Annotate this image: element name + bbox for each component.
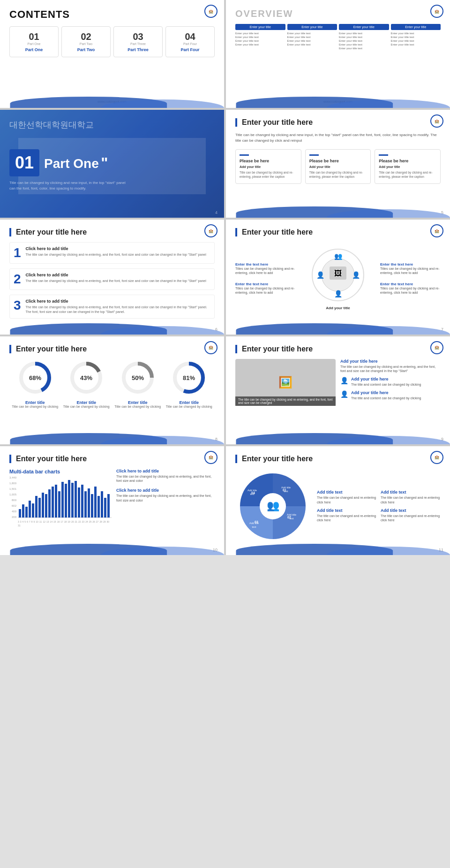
cycle-item-title-4: Add title text (381, 508, 441, 513)
svg-text:🖼: 🖼 (334, 269, 342, 277)
svg-text:Add title: Add title (287, 513, 296, 516)
ov-header-3: Enter your title (339, 24, 389, 30)
person-icon-1: 👤 (340, 377, 348, 384)
image-placeholder: 🖼️ The title can be changed by clicking … (235, 359, 336, 406)
logo-slide10: 🏫 (430, 451, 443, 464)
y-label-1: 3,440 (9, 476, 16, 479)
donut-2: 43% Enter title Title can be changed by … (63, 359, 110, 408)
slide10-title: Enter your title here (235, 455, 441, 463)
content-item-4[interactable]: 04 Part Four Part Four (165, 26, 215, 57)
num-3: 3 (14, 299, 21, 314)
left-text-1: Titles can be changed by clicking and re… (235, 266, 296, 275)
overview-grid: Enter your title Enter your title text E… (235, 24, 441, 50)
num-list: 1 Click here to add title The title can … (9, 242, 215, 319)
num-text-3: The title can be changed by clicking and… (26, 305, 210, 314)
donut-3: 50% Enter title Title can be changed by … (114, 359, 161, 408)
y-label-5: 800 (9, 499, 16, 502)
card-sub-1: Add your title (240, 165, 297, 168)
ov-cell-4-4: Enter your title text (391, 43, 441, 46)
svg-text:81%: 81% (183, 374, 195, 381)
svg-rect-25 (32, 503, 34, 518)
content-num-1: 01 (13, 31, 55, 42)
donut-label-1: Enter title (12, 400, 58, 405)
content-item-2[interactable]: 02 Part Two Part Two (61, 26, 111, 57)
contents-grid: 01 Part One Part One 02 Part Two Part Tw… (9, 26, 215, 57)
chart-section: Multi-data bar charts 3,440 1,800 1,501 … (9, 469, 215, 527)
svg-rect-22 (22, 504, 24, 518)
svg-rect-28 (42, 493, 44, 518)
chart-left: Multi-data bar charts 3,440 1,800 1,501 … (9, 469, 112, 527)
click-item-2: Click here to add title The title can be… (116, 488, 215, 503)
slide4-title: Enter your title here (235, 118, 441, 127)
right-item-3: 👤 Add your title here The title and cont… (340, 390, 441, 400)
logo-slide6: 🏫 (430, 224, 443, 237)
slide3-content: 대한선학대학원대학교 01 Part One " Title can be ch… (0, 110, 224, 201)
card-accent-2 (309, 154, 319, 156)
ov-cell-3-5: Enter your title text (339, 46, 389, 50)
right-item-3-content: Add your title here The title and conten… (351, 390, 421, 400)
cycle-item-title-1: Add title text (317, 490, 377, 495)
info-card-3: Please be here Add your title Title can … (375, 149, 441, 184)
svg-text:👤: 👤 (334, 290, 343, 298)
content-part-label-1: Part One (13, 42, 55, 46)
slide-contents: 🏫 CONTENTS 01 Part One Part One 02 Part … (0, 0, 224, 108)
ov-cell-4-3: Enter your title text (391, 39, 441, 43)
ov-cell-2-4: Enter your title text (287, 43, 338, 46)
svg-rect-31 (52, 487, 54, 518)
card-accent-1 (240, 154, 249, 156)
right-title-1: Enter the text here (380, 262, 441, 266)
cycle-item-text-1: The title can be changed and re-entering… (317, 495, 377, 504)
svg-rect-23 (25, 507, 28, 518)
logo-slide8: 🏫 (430, 341, 443, 354)
cycle-item-text-4: The title can be changed and re-entering… (381, 514, 441, 522)
donut-sub-3: Title can be changed by clicking (114, 405, 161, 408)
content-part-name-2: Part Two (65, 47, 107, 52)
ov-cell-3-4: Enter your title text (339, 43, 389, 46)
right-text-3: The title and content can be changed by … (351, 396, 421, 400)
donut-sub-2: Title can be changed by clicking (63, 405, 110, 408)
svg-rect-43 (91, 494, 93, 518)
content-part-label-3: Part Three (117, 42, 159, 46)
num-content-3: Click here to add title The title can be… (26, 299, 210, 314)
slide-4: 🏫 Enter your title here Title can be cha… (226, 110, 450, 218)
svg-text:text: text (250, 493, 255, 495)
slide-part-intro: 대한선학대학원대학교 01 Part One " Title can be ch… (0, 110, 224, 218)
part-num: 01 (15, 153, 34, 172)
svg-rect-30 (48, 489, 51, 518)
content-part-name-3: Part Three (117, 47, 159, 52)
svg-rect-24 (29, 501, 31, 518)
right-text-2: The title and content can be changed by … (351, 382, 421, 387)
slide7-title: Enter your title here (9, 345, 215, 353)
content-item-3[interactable]: 03 Part Three Part Three (113, 26, 163, 57)
click-title-1: Click here to add title (116, 469, 215, 473)
ov-col-2: Enter your title Enter your title text E… (287, 24, 338, 50)
donut-svg-3: 50% (119, 359, 157, 396)
card-sub-3: Add your title (379, 165, 436, 168)
right-item-1: Enter the text here Titles can be change… (380, 262, 441, 275)
cycle-item-text-2: The title can be changed and re-entering… (381, 495, 441, 504)
ov-cell-4-2: Enter your title text (391, 35, 441, 39)
korean-university-name: 대한선학대학원대학교 (9, 119, 215, 130)
slide3-pagenum: 4 (215, 210, 218, 215)
cycle-item-4: Add title text The title can be changed … (381, 508, 441, 522)
svg-rect-44 (94, 487, 97, 518)
svg-rect-47 (104, 498, 106, 518)
ov-cell-3-3: Enter your title text (339, 39, 389, 43)
y-label-2: 1,800 (9, 482, 16, 485)
left-title-1: Enter the text here (235, 262, 296, 266)
content-num-2: 02 (65, 31, 107, 42)
num-text-2: The title can be changed by clicking and… (26, 279, 206, 283)
num-title-3: Click here to add title (26, 299, 210, 304)
svg-text:Add title: Add title (248, 489, 257, 492)
num-item-3: 3 Click here to add title The title can … (9, 295, 215, 319)
svg-rect-21 (19, 509, 21, 518)
num-title-1: Click here to add title (26, 246, 206, 251)
slide3-header: 01 Part One " (9, 149, 215, 176)
content-part-label-4: Part Four (169, 42, 211, 46)
content-item-1[interactable]: 01 Part One Part One (9, 26, 59, 57)
content-part-name-1: Part One (13, 47, 55, 52)
center-label: Add your title (310, 306, 366, 310)
ov-header-2: Enter your title (287, 24, 338, 30)
info-card-2: Please be here Add your title Title can … (305, 149, 371, 184)
card-text-2: Title can be changed by clicking and re-… (309, 170, 367, 179)
